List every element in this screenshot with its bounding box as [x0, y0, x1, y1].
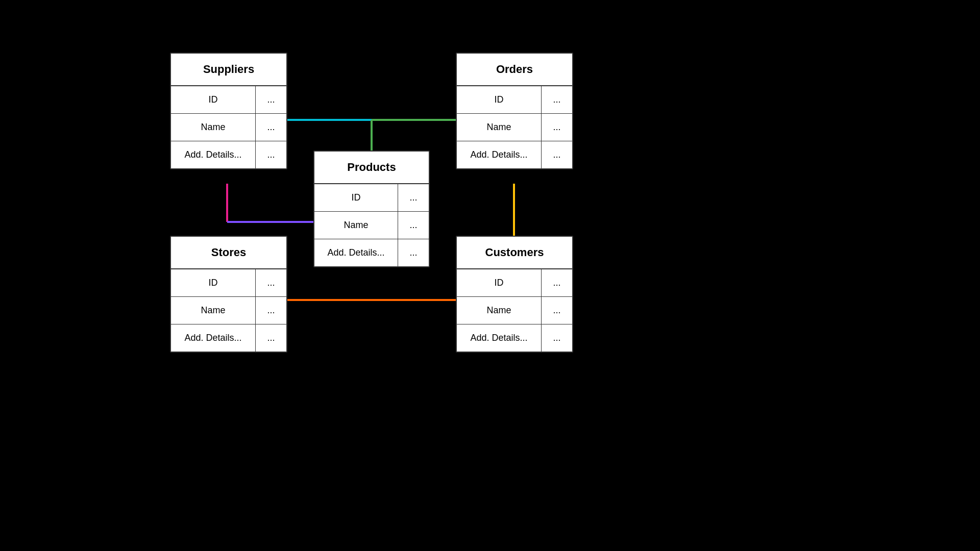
suppliers-name: Name: [171, 114, 256, 141]
table-row: Name ...: [457, 114, 572, 141]
table-row: Add. Details... ...: [457, 324, 572, 352]
table-row: Add. Details... ...: [457, 141, 572, 168]
customers-name: Name: [457, 297, 542, 324]
customers-id: ID: [457, 269, 542, 296]
orders-details: Add. Details...: [457, 141, 542, 168]
table-row: ID ...: [457, 269, 572, 297]
table-row: ID ...: [457, 86, 572, 114]
suppliers-id-dots: ...: [256, 86, 286, 113]
table-row: ID ...: [314, 184, 429, 212]
orders-name-dots: ...: [542, 114, 572, 141]
table-row: ID ...: [171, 86, 286, 114]
suppliers-name-dots: ...: [256, 114, 286, 141]
stores-name: Name: [171, 297, 256, 324]
table-row: Add. Details... ...: [314, 239, 429, 266]
products-details-dots: ...: [398, 239, 429, 266]
suppliers-details-dots: ...: [256, 141, 286, 168]
table-row: Name ...: [171, 297, 286, 324]
diagram-container: Suppliers ID ... Name ... Add. Details..…: [0, 0, 980, 551]
stores-title: Stores: [171, 237, 286, 269]
customers-details-dots: ...: [542, 324, 572, 352]
orders-table: Orders ID ... Name ... Add. Details... .…: [456, 53, 573, 169]
products-title: Products: [314, 152, 429, 184]
suppliers-details: Add. Details...: [171, 141, 256, 168]
orders-details-dots: ...: [542, 141, 572, 168]
stores-name-dots: ...: [256, 297, 286, 324]
table-row: ID ...: [171, 269, 286, 297]
customers-table: Customers ID ... Name ... Add. Details..…: [456, 236, 573, 353]
orders-name: Name: [457, 114, 542, 141]
customers-title: Customers: [457, 237, 572, 269]
stores-details: Add. Details...: [171, 324, 256, 352]
products-id: ID: [314, 184, 398, 211]
products-name-dots: ...: [398, 212, 429, 239]
customers-name-dots: ...: [542, 297, 572, 324]
customers-details: Add. Details...: [457, 324, 542, 352]
stores-id: ID: [171, 269, 256, 296]
table-row: Name ...: [171, 114, 286, 141]
stores-id-dots: ...: [256, 269, 286, 296]
orders-id-dots: ...: [542, 86, 572, 113]
products-table: Products ID ... Name ... Add. Details...…: [313, 151, 430, 267]
customers-id-dots: ...: [542, 269, 572, 296]
products-details: Add. Details...: [314, 239, 398, 266]
suppliers-title: Suppliers: [171, 54, 286, 86]
table-row: Add. Details... ...: [171, 324, 286, 352]
table-row: Name ...: [314, 212, 429, 239]
table-row: Add. Details... ...: [171, 141, 286, 168]
stores-details-dots: ...: [256, 324, 286, 352]
orders-id: ID: [457, 86, 542, 113]
suppliers-id: ID: [171, 86, 256, 113]
suppliers-table: Suppliers ID ... Name ... Add. Details..…: [170, 53, 287, 169]
products-name: Name: [314, 212, 398, 239]
table-row: Name ...: [457, 297, 572, 324]
stores-table: Stores ID ... Name ... Add. Details... .…: [170, 236, 287, 353]
orders-title: Orders: [457, 54, 572, 86]
products-id-dots: ...: [398, 184, 429, 211]
